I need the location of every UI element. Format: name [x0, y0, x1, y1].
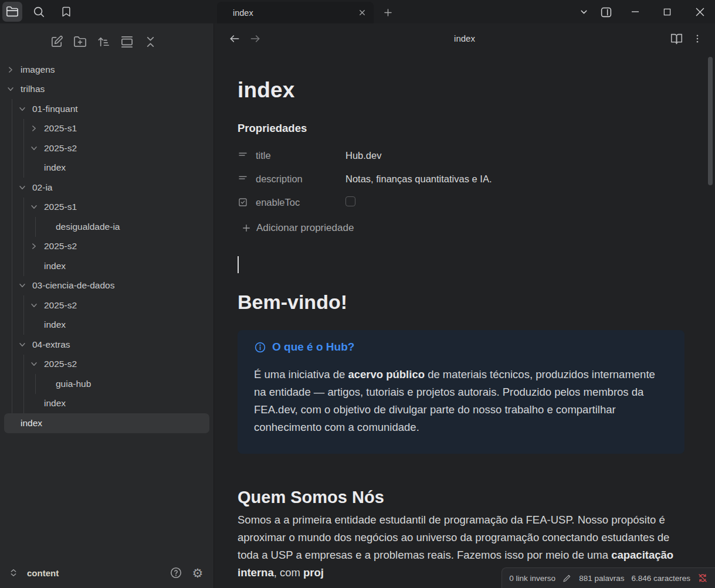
new-tab-button[interactable] — [380, 5, 395, 20]
bookmarks-sidebar-tab[interactable] — [56, 2, 76, 22]
edit-mode-icon[interactable] — [562, 573, 572, 583]
new-folder-icon — [73, 35, 87, 49]
search-sidebar-tab[interactable] — [29, 2, 49, 22]
indent-guide — [35, 217, 36, 237]
text: É uma iniciativa de — [254, 368, 348, 380]
backlinks-count[interactable]: 0 link inverso — [509, 574, 555, 583]
plus-icon — [241, 223, 252, 233]
chevron-down-icon — [579, 7, 589, 17]
collapse-all-icon — [144, 35, 157, 49]
note-header-title: index — [214, 23, 715, 53]
minimize-button[interactable] — [628, 5, 642, 19]
property-key[interactable]: title — [256, 150, 345, 161]
enabletoc-checkbox[interactable] — [345, 196, 355, 206]
new-note-button[interactable] — [50, 35, 63, 49]
add-property-button[interactable]: Adicionar propriedade — [238, 219, 684, 237]
help-button[interactable] — [168, 565, 184, 580]
tree-file-index[interactable]: index — [4, 394, 209, 414]
tree-file-index[interactable]: index — [4, 315, 209, 335]
align-left-icon — [238, 150, 248, 161]
chevron-down-icon[interactable] — [18, 281, 27, 290]
chevron-down-icon[interactable] — [18, 340, 27, 349]
vault-name[interactable]: content — [27, 568, 59, 578]
property-row-description[interactable]: description Notas, finanças quantitativa… — [238, 167, 684, 191]
chevrons-up-down-icon — [8, 567, 19, 578]
chevron-down-icon[interactable] — [6, 84, 15, 94]
info-icon — [254, 341, 266, 354]
vault-switcher-button[interactable] — [8, 567, 19, 578]
tab-index[interactable]: index — [217, 2, 374, 23]
collapse-all-button[interactable] — [144, 35, 157, 49]
chevron-right-icon[interactable] — [29, 242, 39, 251]
scrollbar-thumb[interactable] — [708, 57, 713, 185]
tree-folder-2025-s1[interactable]: 2025-s1 — [4, 198, 209, 217]
chevron-right-icon[interactable] — [6, 65, 15, 74]
new-folder-button[interactable] — [73, 35, 87, 49]
settings-button[interactable]: ⚙ — [190, 565, 205, 580]
tree-folder-trilhas[interactable]: trilhas — [4, 80, 209, 100]
gallery-view-button[interactable] — [120, 35, 134, 49]
tree-item-label: 2025-s2 — [4, 143, 77, 154]
more-options-button[interactable] — [690, 32, 704, 46]
gear-icon: ⚙ — [192, 567, 204, 579]
property-value[interactable]: Notas, finanças quantitativas e IA. — [345, 174, 492, 185]
vault-footer: content ⚙ — [0, 558, 214, 588]
property-row-enabletoc[interactable]: enableToc — [238, 191, 684, 214]
tree-item-label: 04-extras — [4, 339, 70, 350]
bold-text: acervo público — [348, 368, 425, 380]
property-key[interactable]: description — [256, 174, 345, 185]
add-property-label: Adicionar propriedade — [256, 222, 354, 234]
tree-folder-02-ia[interactable]: 02-ia — [4, 178, 209, 198]
tree-folder-03-ciencia-de-dados[interactable]: 03-ciencia-de-dados — [4, 276, 209, 296]
tree-folder-2025-s2[interactable]: 2025-s2 — [4, 237, 209, 257]
tree-file-index[interactable]: index — [4, 413, 209, 433]
note-content[interactable]: index Propriedades title Hub.dev descrip… — [238, 77, 684, 582]
text: Somos a a primeira entidade estudantil d… — [238, 514, 669, 561]
tree-item-label: guia-hub — [4, 379, 91, 389]
property-value[interactable]: Hub.dev — [345, 150, 381, 161]
tab-list-button[interactable] — [577, 5, 591, 19]
chevron-down-icon[interactable] — [29, 359, 39, 369]
tree-file-index[interactable]: index — [4, 256, 209, 276]
editor-pane: index index Propriedades title Hub.dev — [214, 23, 715, 588]
sort-order-button[interactable] — [97, 35, 110, 49]
tree-folder-imagens[interactable]: imagens — [4, 60, 209, 80]
callout-body: É uma iniciativa de acervo público de ma… — [254, 366, 669, 436]
property-value — [345, 196, 355, 209]
tree-folder-2025-s2[interactable]: 2025-s2 — [4, 295, 209, 315]
chevron-down-icon[interactable] — [29, 301, 39, 310]
tree-item-label: index — [4, 261, 66, 271]
tab-close-icon[interactable] — [358, 8, 367, 17]
text-cursor — [238, 256, 239, 273]
chevron-down-icon[interactable] — [29, 202, 39, 212]
help-icon — [170, 566, 182, 579]
chevron-right-icon[interactable] — [29, 124, 39, 133]
tree-folder-2025-s2[interactable]: 2025-s2 — [4, 138, 209, 158]
tree-folder-01-finquant[interactable]: 01-finquant — [4, 99, 209, 119]
sync-error-icon[interactable] — [697, 573, 708, 583]
toggle-right-sidebar-button[interactable] — [599, 5, 613, 19]
close-window-button[interactable] — [693, 5, 707, 19]
status-bar: 0 link inverso 881 palavras 6.846 caract… — [501, 567, 715, 588]
close-icon — [696, 8, 704, 16]
files-sidebar-tab[interactable] — [2, 2, 22, 22]
sort-icon — [97, 35, 110, 49]
tree-item-label: 2025-s2 — [4, 241, 77, 251]
word-count[interactable]: 881 palavras — [579, 574, 624, 583]
tree-folder-2025-s1[interactable]: 2025-s1 — [4, 119, 209, 139]
tree-file-index[interactable]: index — [4, 158, 209, 178]
inline-note-title[interactable]: index — [238, 77, 684, 103]
chevron-down-icon[interactable] — [29, 144, 39, 153]
property-key[interactable]: enableToc — [256, 197, 345, 208]
file-explorer-sidebar: imagenstrilhas01-finquant2025-s12025-s2i… — [0, 23, 214, 588]
tree-item-label: 2025-s2 — [4, 359, 77, 369]
tree-folder-04-extras[interactable]: 04-extras — [4, 335, 209, 355]
chevron-down-icon[interactable] — [18, 104, 27, 114]
property-row-title[interactable]: title Hub.dev — [238, 144, 684, 167]
tree-folder-2025-s2[interactable]: 2025-s2 — [4, 355, 209, 375]
tree-item-label: 01-finquant — [4, 104, 78, 114]
reading-view-button[interactable] — [669, 32, 683, 46]
maximize-button[interactable] — [660, 5, 674, 19]
character-count[interactable]: 6.846 caracteres — [631, 574, 690, 583]
chevron-down-icon[interactable] — [18, 183, 27, 192]
